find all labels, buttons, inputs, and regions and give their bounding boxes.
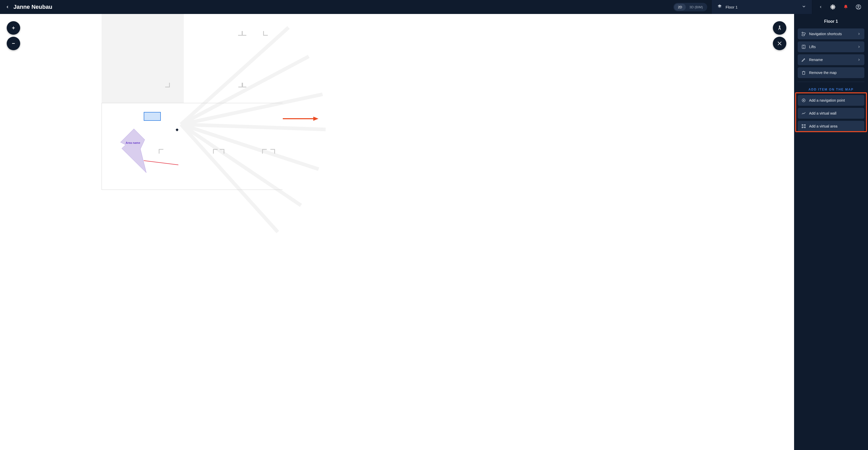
chevron-right-icon xyxy=(857,58,861,62)
sidebar-item-label: Rename xyxy=(809,58,854,62)
sidebar-item-label: Remove the map xyxy=(809,70,861,75)
map-canvas[interactable]: Area name xyxy=(0,14,794,450)
zigzag-icon xyxy=(801,111,806,116)
virtual-area-rect[interactable] xyxy=(144,112,161,121)
bell-icon[interactable] xyxy=(843,4,848,9)
sidebar-item-remove-map[interactable]: Remove the map xyxy=(798,67,864,78)
floor-label: Floor 1 xyxy=(725,5,738,9)
chevron-right-icon xyxy=(857,45,861,49)
target-icon xyxy=(801,98,806,103)
trash-icon xyxy=(801,70,806,75)
virtual-area-polygon[interactable] xyxy=(120,129,157,175)
svg-line-20 xyxy=(780,44,781,45)
app-header: Janne Neubau 2D 3D (BIM) Floor 1 xyxy=(0,0,868,14)
plan-corner xyxy=(242,29,248,36)
zoom-in-button[interactable] xyxy=(7,21,20,35)
add-item-label: Add a virtual area xyxy=(809,124,861,128)
plan-corner xyxy=(263,29,269,36)
svg-rect-26 xyxy=(803,72,805,74)
add-virtual-area-button[interactable]: A Add a virtual area xyxy=(798,121,864,132)
zoom-out-button[interactable] xyxy=(7,37,20,50)
sidebar-item-rename[interactable]: Rename xyxy=(798,54,864,65)
area-label: Area name xyxy=(126,141,140,144)
svg-point-35 xyxy=(805,127,805,128)
sidebar-item-navigation-shortcuts[interactable]: Navigation shortcuts xyxy=(798,28,864,39)
add-item-label: Add a navigation point xyxy=(809,98,861,102)
divider xyxy=(798,82,864,82)
collapse-left-icon[interactable] xyxy=(819,5,823,9)
add-item-label: Add a virtual wall xyxy=(809,111,861,115)
snowflake-icon[interactable] xyxy=(830,4,836,10)
svg-point-30 xyxy=(803,100,804,101)
view-mode-toggle: 2D 3D (BIM) xyxy=(673,3,707,11)
tool-controls xyxy=(773,21,786,50)
view-2d-button[interactable]: 2D xyxy=(674,4,686,10)
svg-point-33 xyxy=(805,124,805,125)
sidebar-item-lifts[interactable]: Lifts xyxy=(798,41,864,52)
sidebar-item-label: Lifts xyxy=(809,45,854,49)
svg-text:A: A xyxy=(803,125,804,127)
origin-marker[interactable] xyxy=(175,128,179,132)
ruler-tool-button[interactable] xyxy=(773,37,786,50)
header-right xyxy=(812,0,868,14)
floor-selector[interactable]: Floor 1 xyxy=(711,0,812,14)
svg-marker-8 xyxy=(120,129,146,173)
svg-point-34 xyxy=(802,127,803,128)
header-left: Janne Neubau xyxy=(0,4,57,10)
svg-line-15 xyxy=(780,27,781,30)
add-virtual-wall-button[interactable]: Add a virtual wall xyxy=(798,108,864,119)
lift-icon xyxy=(801,44,806,49)
route-icon xyxy=(801,32,806,36)
plan-corner xyxy=(242,81,248,87)
plan-block xyxy=(101,14,184,103)
pencil-icon xyxy=(801,57,806,62)
svg-line-19 xyxy=(778,42,779,43)
view-3d-button[interactable]: 3D (BIM) xyxy=(686,4,707,10)
chevron-right-icon xyxy=(857,32,861,36)
svg-point-32 xyxy=(802,124,803,125)
back-button[interactable] xyxy=(5,4,10,10)
svg-rect-9 xyxy=(176,128,178,131)
svg-point-13 xyxy=(779,26,780,27)
section-label: ADD ITEM ON THE MAP xyxy=(798,88,864,91)
user-icon[interactable] xyxy=(856,4,861,10)
sidebar: Floor 1 Navigation shortcuts Lifts Renam… xyxy=(794,14,868,450)
compass-tool-button[interactable] xyxy=(773,21,786,35)
plan-corner xyxy=(164,81,170,87)
sidebar-item-label: Navigation shortcuts xyxy=(809,32,854,36)
content: Area name xyxy=(0,14,868,450)
chevron-down-icon[interactable] xyxy=(802,4,806,10)
svg-point-23 xyxy=(802,32,803,33)
add-navigation-point-button[interactable]: Add a navigation point xyxy=(798,95,864,106)
sidebar-title: Floor 1 xyxy=(798,19,864,24)
svg-marker-22 xyxy=(313,117,318,121)
page-title: Janne Neubau xyxy=(13,4,52,10)
svg-line-14 xyxy=(779,27,780,30)
annotation-arrow xyxy=(283,116,319,121)
svg-point-7 xyxy=(858,6,859,7)
zoom-controls xyxy=(7,21,20,50)
area-icon: A xyxy=(801,124,806,128)
layers-icon xyxy=(717,4,722,10)
